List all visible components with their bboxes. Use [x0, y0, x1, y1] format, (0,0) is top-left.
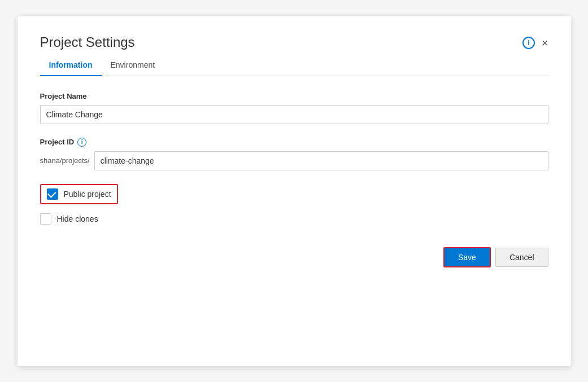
tabs-container: Information Environment [40, 55, 548, 76]
project-id-label-row: Project ID i [40, 138, 548, 147]
tab-information[interactable]: Information [40, 55, 102, 76]
public-project-highlight: Public project [40, 184, 118, 204]
hide-clones-row: Hide clones [40, 213, 548, 225]
public-project-label: Public project [64, 190, 111, 199]
project-name-label: Project Name [40, 92, 548, 100]
project-id-label: Project ID [40, 138, 75, 146]
public-project-checkbox-row[interactable]: Public project [47, 188, 111, 200]
project-id-input[interactable] [94, 151, 548, 170]
hide-clones-label: Hide clones [57, 214, 98, 223]
dialog-title: Project Settings [40, 34, 135, 50]
save-button[interactable]: Save [443, 247, 491, 267]
info-icon[interactable]: i [522, 37, 535, 49]
checkboxes-section: Public project Hide clones [40, 184, 548, 225]
hide-clones-label-wrapper[interactable]: Hide clones [40, 213, 98, 225]
project-id-section: Project ID i shana/projects/ [40, 138, 548, 170]
project-id-prefix: shana/projects/ [40, 156, 90, 165]
close-button[interactable]: × [542, 37, 548, 49]
project-settings-dialog: Project Settings i × Information Environ… [18, 16, 571, 366]
dialog-header: Project Settings i × [40, 34, 548, 50]
project-id-info-icon[interactable]: i [77, 138, 86, 147]
public-project-row: Public project [40, 184, 548, 204]
project-id-row: shana/projects/ [40, 151, 548, 170]
project-name-section: Project Name [40, 92, 548, 124]
cancel-button[interactable]: Cancel [495, 248, 548, 267]
public-project-checkbox-wrapper [47, 188, 58, 200]
project-name-input[interactable] [40, 105, 548, 124]
dialog-footer: Save Cancel [40, 247, 548, 267]
tab-environment[interactable]: Environment [102, 55, 164, 76]
hide-clones-checkbox-wrapper [40, 213, 51, 225]
dialog-icons: i × [522, 37, 548, 49]
